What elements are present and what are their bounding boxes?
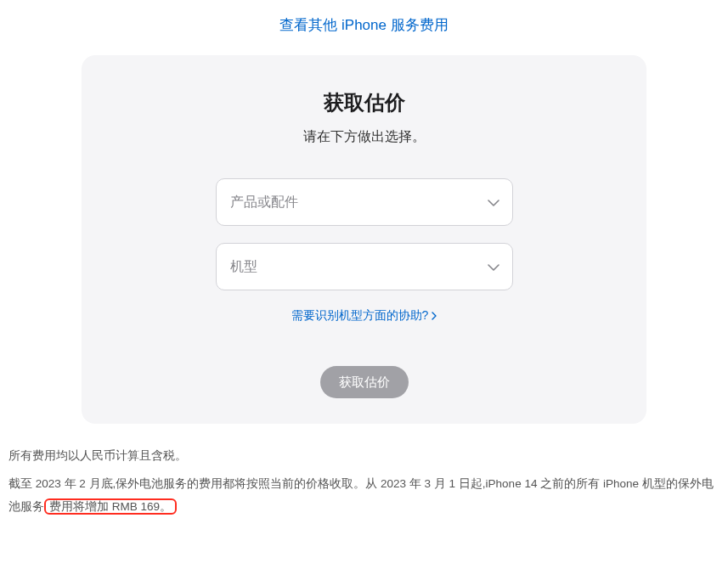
card-title: 获取估价 [107, 89, 621, 116]
footer-line1: 所有费用均以人民币计算且含税。 [8, 444, 720, 467]
model-help-link-label: 需要识别机型方面的协助? [291, 308, 429, 324]
footer-line2: 截至 2023 年 2 月底,保外电池服务的费用都将按照当前的价格收取。从 20… [8, 472, 720, 518]
get-estimate-button[interactable]: 获取估价 [320, 366, 409, 398]
price-increase-annotation: 费用将增加 RMB 169。 [44, 498, 177, 515]
model-select-wrap: 机型 [216, 243, 513, 290]
chevron-right-icon [432, 309, 437, 323]
model-select-placeholder: 机型 [230, 258, 257, 276]
help-link-container: 需要识别机型方面的协助? [107, 307, 621, 324]
model-help-link[interactable]: 需要识别机型方面的协助? [291, 308, 437, 324]
product-select[interactable]: 产品或配件 [216, 178, 513, 226]
product-select-placeholder: 产品或配件 [230, 194, 298, 211]
product-select-wrap: 产品或配件 [216, 178, 513, 226]
estimate-card: 获取估价 请在下方做出选择。 产品或配件 机型 需要识别机型方面的协助? [82, 55, 646, 424]
card-subtitle: 请在下方做出选择。 [107, 128, 621, 146]
model-select[interactable]: 机型 [216, 243, 513, 290]
footer-text: 所有费用均以人民币计算且含税。 截至 2023 年 2 月底,保外电池服务的费用… [8, 444, 720, 518]
footer-line2-prefix: 务 [32, 500, 44, 513]
other-service-fees-link[interactable]: 查看其他 iPhone 服务费用 [279, 17, 448, 33]
top-link-container: 查看其他 iPhone 服务费用 [0, 0, 728, 55]
